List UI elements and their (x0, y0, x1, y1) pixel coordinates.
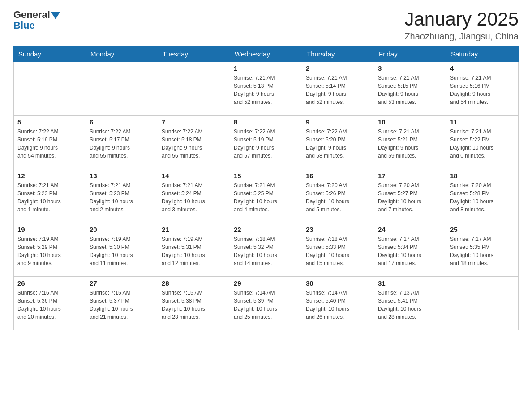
day-number: 10 (378, 118, 442, 126)
calendar-header-row: SundayMondayTuesdayWednesdayThursdayFrid… (14, 47, 519, 62)
calendar-cell: 14Sunrise: 7:21 AMSunset: 5:24 PMDayligh… (158, 169, 230, 223)
calendar-cell: 6Sunrise: 7:22 AMSunset: 5:17 PMDaylight… (86, 116, 158, 169)
calendar-cell: 20Sunrise: 7:19 AMSunset: 5:30 PMDayligh… (86, 223, 158, 277)
day-number: 17 (378, 172, 442, 180)
day-number: 18 (450, 172, 515, 180)
calendar-cell: 1Sunrise: 7:21 AMSunset: 5:13 PMDaylight… (230, 62, 302, 116)
day-number: 25 (450, 226, 515, 233)
calendar-cell: 3Sunrise: 7:21 AMSunset: 5:15 PMDaylight… (374, 62, 446, 116)
day-number: 22 (234, 226, 298, 233)
day-info: Sunrise: 7:21 AMSunset: 5:24 PMDaylight:… (162, 181, 226, 214)
day-info: Sunrise: 7:22 AMSunset: 5:19 PMDaylight:… (234, 128, 298, 160)
day-info: Sunrise: 7:19 AMSunset: 5:31 PMDaylight:… (162, 235, 226, 267)
calendar-week-row: 26Sunrise: 7:16 AMSunset: 5:36 PMDayligh… (14, 277, 519, 330)
calendar-cell: 13Sunrise: 7:21 AMSunset: 5:23 PMDayligh… (86, 169, 158, 223)
day-info: Sunrise: 7:15 AMSunset: 5:37 PMDaylight:… (90, 289, 154, 321)
calendar-cell: 24Sunrise: 7:17 AMSunset: 5:34 PMDayligh… (374, 223, 446, 277)
calendar-header-saturday: Saturday (446, 47, 519, 62)
calendar-cell: 10Sunrise: 7:21 AMSunset: 5:21 PMDayligh… (374, 116, 446, 169)
day-info: Sunrise: 7:18 AMSunset: 5:33 PMDaylight:… (306, 235, 370, 267)
day-number: 6 (90, 118, 154, 126)
day-number: 8 (234, 118, 298, 126)
day-info: Sunrise: 7:22 AMSunset: 5:17 PMDaylight:… (90, 128, 154, 160)
calendar-subtitle: Zhaozhuang, Jiangsu, China (404, 31, 519, 42)
logo-triangle-icon (51, 12, 60, 19)
calendar-cell: 26Sunrise: 7:16 AMSunset: 5:36 PMDayligh… (14, 277, 86, 330)
day-info: Sunrise: 7:22 AMSunset: 5:18 PMDaylight:… (162, 128, 226, 160)
day-info: Sunrise: 7:15 AMSunset: 5:38 PMDaylight:… (162, 289, 226, 321)
calendar-header-thursday: Thursday (302, 47, 374, 62)
day-info: Sunrise: 7:13 AMSunset: 5:41 PMDaylight:… (378, 289, 442, 321)
day-number: 20 (90, 226, 154, 233)
day-number: 31 (378, 279, 442, 287)
day-number: 2 (306, 64, 370, 72)
day-number: 29 (234, 279, 298, 287)
calendar-cell: 19Sunrise: 7:19 AMSunset: 5:29 PMDayligh… (14, 223, 86, 277)
calendar-cell: 27Sunrise: 7:15 AMSunset: 5:37 PMDayligh… (86, 277, 158, 330)
calendar-cell: 28Sunrise: 7:15 AMSunset: 5:38 PMDayligh… (158, 277, 230, 330)
day-number: 23 (306, 226, 370, 233)
day-info: Sunrise: 7:21 AMSunset: 5:16 PMDaylight:… (450, 74, 515, 106)
day-info: Sunrise: 7:14 AMSunset: 5:39 PMDaylight:… (234, 289, 298, 321)
calendar-cell: 25Sunrise: 7:17 AMSunset: 5:35 PMDayligh… (446, 223, 519, 277)
calendar-cell: 5Sunrise: 7:22 AMSunset: 5:16 PMDaylight… (14, 116, 86, 169)
day-number: 27 (90, 279, 154, 287)
calendar-cell: 21Sunrise: 7:19 AMSunset: 5:31 PMDayligh… (158, 223, 230, 277)
day-info: Sunrise: 7:16 AMSunset: 5:36 PMDaylight:… (17, 289, 82, 321)
calendar-header-monday: Monday (86, 47, 158, 62)
day-info: Sunrise: 7:19 AMSunset: 5:30 PMDaylight:… (90, 235, 154, 267)
calendar-header-sunday: Sunday (14, 47, 86, 62)
day-info: Sunrise: 7:17 AMSunset: 5:35 PMDaylight:… (450, 235, 515, 267)
day-number: 7 (162, 118, 226, 126)
calendar-cell: 16Sunrise: 7:20 AMSunset: 5:26 PMDayligh… (302, 169, 374, 223)
calendar-cell: 9Sunrise: 7:22 AMSunset: 5:20 PMDaylight… (302, 116, 374, 169)
day-info: Sunrise: 7:22 AMSunset: 5:20 PMDaylight:… (306, 128, 370, 160)
calendar-cell: 7Sunrise: 7:22 AMSunset: 5:18 PMDaylight… (158, 116, 230, 169)
day-info: Sunrise: 7:21 AMSunset: 5:25 PMDaylight:… (234, 181, 298, 214)
day-number: 16 (306, 172, 370, 180)
logo-blue-text: Blue (13, 20, 35, 31)
day-number: 14 (162, 172, 226, 180)
day-number: 4 (450, 64, 515, 72)
logo: General Blue (13, 9, 60, 31)
calendar-cell: 8Sunrise: 7:22 AMSunset: 5:19 PMDaylight… (230, 116, 302, 169)
calendar-cell (158, 62, 230, 116)
day-number: 3 (378, 64, 442, 72)
day-info: Sunrise: 7:21 AMSunset: 5:23 PMDaylight:… (90, 181, 154, 214)
day-number: 28 (162, 279, 226, 287)
day-number: 24 (378, 226, 442, 233)
calendar-cell (446, 277, 519, 330)
day-info: Sunrise: 7:20 AMSunset: 5:27 PMDaylight:… (378, 181, 442, 214)
calendar-cell: 18Sunrise: 7:20 AMSunset: 5:28 PMDayligh… (446, 169, 519, 223)
title-area: January 2025 Zhaozhuang, Jiangsu, China (404, 9, 519, 42)
calendar-cell: 2Sunrise: 7:21 AMSunset: 5:14 PMDaylight… (302, 62, 374, 116)
day-info: Sunrise: 7:21 AMSunset: 5:21 PMDaylight:… (378, 128, 442, 160)
calendar-header-tuesday: Tuesday (158, 47, 230, 62)
calendar-cell: 15Sunrise: 7:21 AMSunset: 5:25 PMDayligh… (230, 169, 302, 223)
day-info: Sunrise: 7:14 AMSunset: 5:40 PMDaylight:… (306, 289, 370, 321)
day-number: 11 (450, 118, 515, 126)
day-number: 12 (17, 172, 82, 180)
page-header: General Blue January 2025 Zhaozhuang, Ji… (13, 9, 519, 42)
calendar-cell: 29Sunrise: 7:14 AMSunset: 5:39 PMDayligh… (230, 277, 302, 330)
calendar-cell: 23Sunrise: 7:18 AMSunset: 5:33 PMDayligh… (302, 223, 374, 277)
calendar-title: January 2025 (404, 9, 519, 30)
day-info: Sunrise: 7:21 AMSunset: 5:14 PMDaylight:… (306, 74, 370, 106)
calendar-header-friday: Friday (374, 47, 446, 62)
day-info: Sunrise: 7:17 AMSunset: 5:34 PMDaylight:… (378, 235, 442, 267)
day-info: Sunrise: 7:22 AMSunset: 5:16 PMDaylight:… (17, 128, 82, 160)
logo-general-text: General (13, 9, 50, 21)
day-info: Sunrise: 7:20 AMSunset: 5:28 PMDaylight:… (450, 181, 515, 214)
calendar-week-row: 12Sunrise: 7:21 AMSunset: 5:23 PMDayligh… (14, 169, 519, 223)
day-number: 13 (90, 172, 154, 180)
calendar-cell (14, 62, 86, 116)
calendar-week-row: 19Sunrise: 7:19 AMSunset: 5:29 PMDayligh… (14, 223, 519, 277)
day-number: 5 (17, 118, 82, 126)
calendar-week-row: 1Sunrise: 7:21 AMSunset: 5:13 PMDaylight… (14, 62, 519, 116)
day-number: 15 (234, 172, 298, 180)
day-number: 1 (234, 64, 298, 72)
day-info: Sunrise: 7:21 AMSunset: 5:13 PMDaylight:… (234, 74, 298, 106)
calendar-cell: 22Sunrise: 7:18 AMSunset: 5:32 PMDayligh… (230, 223, 302, 277)
calendar-week-row: 5Sunrise: 7:22 AMSunset: 5:16 PMDaylight… (14, 116, 519, 169)
calendar-cell (86, 62, 158, 116)
